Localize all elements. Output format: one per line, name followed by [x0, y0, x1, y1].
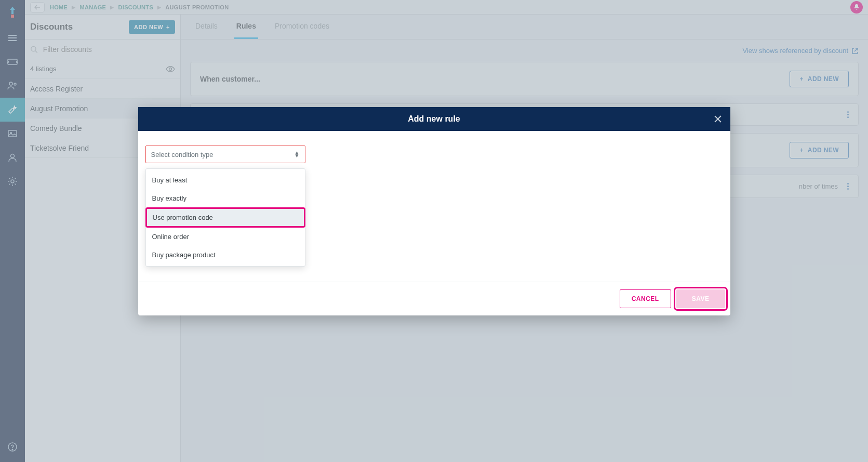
add-rule-modal: Add new rule Select condition type ▲▼ Bu…: [138, 107, 730, 315]
save-button[interactable]: SAVE: [676, 289, 725, 308]
option-buy-at-least[interactable]: Buy at least: [146, 171, 305, 189]
modal-body: Select condition type ▲▼ Buy at least Bu…: [138, 131, 730, 282]
select-placeholder: Select condition type: [151, 151, 213, 159]
modal-footer: CANCEL SAVE: [138, 282, 730, 315]
condition-type-select[interactable]: Select condition type ▲▼: [145, 146, 305, 163]
option-buy-package-product[interactable]: Buy package product: [146, 246, 305, 264]
option-buy-exactly[interactable]: Buy exactly: [146, 189, 305, 207]
select-arrows-icon: ▲▼: [295, 151, 300, 157]
cancel-button[interactable]: CANCEL: [620, 289, 671, 308]
modal-title: Add new rule: [408, 114, 460, 124]
close-icon[interactable]: [714, 115, 722, 123]
option-online-order[interactable]: Online order: [146, 228, 305, 246]
condition-type-dropdown: Buy at least Buy exactly Use promotion c…: [145, 168, 305, 267]
modal-header: Add new rule: [138, 107, 730, 131]
option-use-promotion-code[interactable]: Use promotion code: [146, 208, 304, 227]
